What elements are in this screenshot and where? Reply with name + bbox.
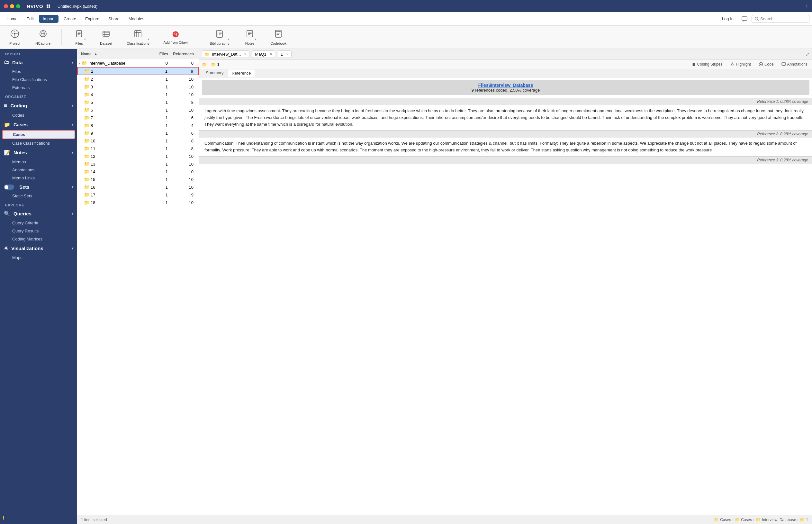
toolbar-project[interactable]: Project bbox=[5, 27, 24, 47]
file-row-case-2[interactable]: 📁 2 1 10 bbox=[77, 75, 199, 83]
sidebar: IMPORT 🗂 Data ▾ Files File Classificatio… bbox=[0, 49, 77, 524]
file-row-case-17[interactable]: 📁 17 1 9 bbox=[77, 191, 199, 199]
project-icon bbox=[10, 29, 19, 40]
sidebar-group-notes-header[interactable]: 📝 Notes ▾ bbox=[0, 147, 77, 158]
file-row-case-10[interactable]: 📁 10 1 8 bbox=[77, 137, 199, 145]
toolbar-add-from-citavi[interactable]: ❾ Add from Citavi bbox=[160, 28, 190, 46]
file-row-case-15[interactable]: 📁 15 1 10 bbox=[77, 176, 199, 183]
sidebar-group-queries-header[interactable]: 🔍 Queries ▾ bbox=[0, 208, 77, 219]
classifications-icon bbox=[133, 29, 143, 40]
toolbar-classifications[interactable]: Classifications ▼ bbox=[123, 27, 152, 47]
file-row-case-1[interactable]: 📁 1 1 9 bbox=[77, 67, 199, 75]
sidebar-item-query-results[interactable]: Query Results bbox=[0, 227, 77, 235]
sidebar-item-query-criteria[interactable]: Query Criteria bbox=[0, 219, 77, 227]
sidebar-group-visualizations-header[interactable]: ✳ Visualizations ▾ bbox=[0, 243, 77, 253]
toolbar-notes[interactable]: Notes ▼ bbox=[240, 27, 260, 47]
sidebar-item-annotations[interactable]: Annotations bbox=[0, 166, 77, 174]
tab-summary[interactable]: Summary bbox=[202, 69, 228, 77]
tab-close-icon[interactable]: ✕ bbox=[270, 52, 272, 56]
menu-explore[interactable]: Explore bbox=[81, 15, 103, 23]
file-row-case-8[interactable]: 📁 8 1 4 bbox=[77, 121, 199, 129]
tab-interview-dat[interactable]: 📁 Interview_Dat... ✕ bbox=[202, 50, 249, 58]
file-row-case-9[interactable]: 📁 9 1 6 bbox=[77, 129, 199, 137]
sidebar-item-codes[interactable]: Codes bbox=[0, 111, 77, 119]
sidebar-item-static-sets[interactable]: Static Sets bbox=[0, 192, 77, 200]
sidebar-group-coding-header[interactable]: ≡ Coding ▾ bbox=[0, 100, 77, 111]
maximize-button[interactable] bbox=[16, 4, 20, 9]
file-row-case-13[interactable]: 📁 13 1 10 bbox=[77, 160, 199, 168]
tab-num1[interactable]: 1 ✕ bbox=[278, 50, 292, 58]
file-row-case-6[interactable]: 📁 6 1 10 bbox=[77, 106, 199, 114]
sidebar-item-file-classifications[interactable]: File Classifications bbox=[0, 76, 77, 84]
notes-arrow-icon: ▼ bbox=[254, 38, 257, 41]
sets-toggle-switch[interactable] bbox=[4, 184, 14, 190]
menu-modules[interactable]: Modules bbox=[125, 15, 148, 23]
toolbar-ncapture-label: NCapture bbox=[35, 42, 50, 45]
file-row-case-5[interactable]: 📁 5 1 8 bbox=[77, 98, 199, 106]
status-bar: 1 item selected 📁 Cases › 📁 Cases › 📁 In… bbox=[77, 515, 812, 524]
sidebar-group-sets: Sets ▾ Static Sets bbox=[0, 182, 77, 200]
sidebar-item-case-classifications[interactable]: Case Classifications bbox=[0, 139, 77, 147]
file-row-interview-database[interactable]: ▾ 📁 Interview_Database 0 0 bbox=[77, 59, 199, 67]
toolbar-codebook[interactable]: Codebook bbox=[267, 27, 289, 47]
svg-point-17 bbox=[760, 64, 762, 65]
code-button[interactable]: Code bbox=[757, 61, 776, 67]
tab-close-icon[interactable]: ✕ bbox=[286, 52, 289, 56]
detail-tab-expand[interactable]: ⤢ bbox=[805, 51, 809, 57]
menu-import[interactable]: Import bbox=[39, 15, 59, 23]
tab-close-icon[interactable]: ✕ bbox=[244, 52, 247, 56]
sidebar-item-externals[interactable]: Externals bbox=[0, 84, 77, 92]
login-button[interactable]: Log In bbox=[718, 15, 738, 23]
ref-header-link[interactable]: Files\\Interview_Database bbox=[478, 83, 533, 88]
toolbar-bibliography[interactable]: Bibliography ▼ bbox=[207, 27, 233, 47]
file-row-case-4[interactable]: 📁 4 1 10 bbox=[77, 91, 199, 98]
sidebar-group-cases-header[interactable]: 📁 Cases ▾ bbox=[0, 119, 77, 130]
file-row-case-3[interactable]: 📁 3 1 10 bbox=[77, 83, 199, 91]
file-list-panel: Name ▲ Files References ▾ 📁 Interview_Da… bbox=[77, 49, 199, 515]
breadcrumb-folder-icon-3: 📁 bbox=[756, 518, 761, 522]
exclamation-icon[interactable]: ! bbox=[3, 515, 4, 521]
codebook-icon bbox=[274, 29, 283, 40]
sidebar-item-coding-matrices[interactable]: Coding Matrices bbox=[0, 235, 77, 243]
minimize-button[interactable] bbox=[10, 4, 14, 9]
nvivo-grid-icon bbox=[47, 4, 50, 8]
tab-maq1[interactable]: MaQ1 ✕ bbox=[252, 50, 275, 58]
toolbar-dataset[interactable]: Dataset bbox=[96, 27, 116, 47]
sidebar-group-sets-header[interactable]: Sets ▾ bbox=[0, 182, 77, 192]
file-row-case-18[interactable]: 📁 18 1 10 bbox=[77, 199, 199, 207]
row-refs: 8 bbox=[170, 138, 196, 143]
menu-home[interactable]: Home bbox=[3, 15, 21, 23]
highlight-button[interactable]: Highlight bbox=[728, 61, 753, 67]
menu-create[interactable]: Create bbox=[60, 15, 80, 23]
expand-icon[interactable]: ⤢ bbox=[805, 51, 809, 57]
sidebar-item-cases[interactable]: Cases bbox=[2, 130, 75, 139]
file-row-case-11[interactable]: 📁 11 1 8 bbox=[77, 145, 199, 152]
sidebar-item-files[interactable]: Files bbox=[0, 67, 77, 76]
search-box[interactable] bbox=[751, 15, 809, 23]
coding-stripes-button[interactable]: Coding Stripes bbox=[690, 61, 725, 67]
chat-icon[interactable] bbox=[740, 15, 749, 23]
close-button[interactable] bbox=[4, 4, 8, 9]
sidebar-item-memo-links[interactable]: Memo Links bbox=[0, 174, 77, 182]
annotations-button[interactable]: Annotations bbox=[780, 61, 809, 67]
row-files: 1 bbox=[151, 146, 170, 151]
menu-edit[interactable]: Edit bbox=[23, 15, 38, 23]
file-row-case-7[interactable]: 📁 7 1 6 bbox=[77, 114, 199, 121]
toolbar-ncapture[interactable]: NCapture bbox=[32, 27, 54, 47]
toolbar-files[interactable]: Files ▼ bbox=[69, 27, 89, 47]
file-row-case-16[interactable]: 📁 16 1 10 bbox=[77, 183, 199, 191]
sidebar-item-maps[interactable]: Maps bbox=[0, 253, 77, 262]
row-refs: 8 bbox=[170, 146, 196, 151]
file-row-case-12[interactable]: 📁 12 1 10 bbox=[77, 152, 199, 160]
sidebar-group-data-header[interactable]: 🗂 Data ▾ bbox=[0, 57, 77, 67]
tab-reference[interactable]: Reference bbox=[228, 69, 255, 77]
search-input[interactable] bbox=[760, 16, 805, 21]
visualizations-group-arrow-icon: ▾ bbox=[72, 247, 73, 250]
menu-share[interactable]: Share bbox=[104, 15, 123, 23]
sidebar-item-memos[interactable]: Memos bbox=[0, 158, 77, 166]
notes-group-icon: 📝 bbox=[4, 149, 10, 155]
sort-arrow-icon[interactable]: ▲ bbox=[94, 52, 98, 56]
row-name: 17 bbox=[90, 193, 151, 197]
collapse-sidebar-button[interactable]: 〈 bbox=[803, 3, 808, 10]
file-row-case-14[interactable]: 📁 14 1 10 bbox=[77, 168, 199, 176]
